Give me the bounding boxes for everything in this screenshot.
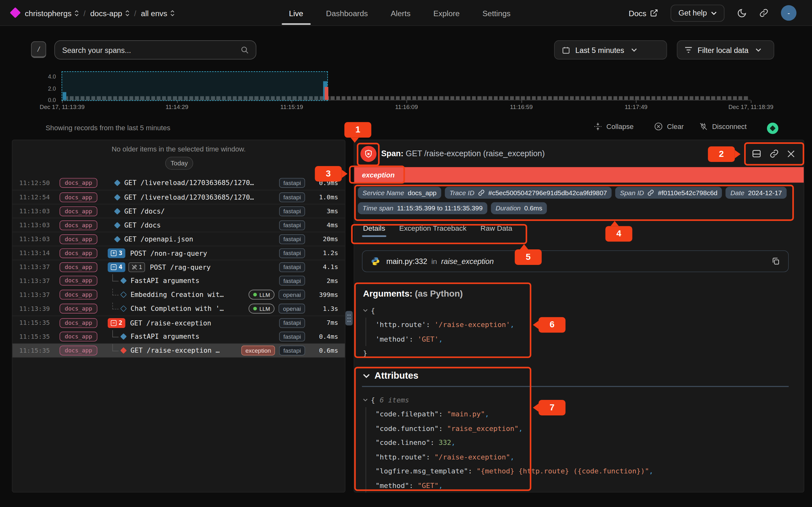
detail-tab-exception-traceback[interactable]: Exception Traceback <box>399 224 466 237</box>
avatar[interactable]: - <box>781 5 797 20</box>
time-range-button[interactable]: Last 5 minutes <box>554 40 667 59</box>
share-link-icon[interactable] <box>759 8 768 17</box>
breadcrumb-org[interactable]: christophergs <box>25 9 79 17</box>
span-row-badges: fastapi1.0ms <box>279 192 338 202</box>
meta-label: Duration <box>496 205 520 212</box>
exception-badge: exception <box>241 346 275 355</box>
tab-settings[interactable]: Settings <box>483 0 510 26</box>
collapse-children-badge[interactable]: −4 <box>108 262 125 272</box>
arguments-heading-main: Arguments: <box>363 289 412 298</box>
today-button[interactable]: Today <box>165 157 193 170</box>
colon: : <box>439 410 447 418</box>
meta-span-id[interactable]: Span ID#f0110e542c798c6d <box>615 187 722 199</box>
colon: : <box>439 424 447 432</box>
python-icon <box>371 257 380 266</box>
meta-value: #c5ec5005042796e91d5db42ca9fd9807 <box>489 189 607 196</box>
y-tick: 4.0 <box>35 73 56 80</box>
span-row[interactable]: 11:15:35docs_appFastAPI argumentsfastapi… <box>12 330 345 343</box>
span-row[interactable]: 11:13:37docs_appFastAPI argumentsfastapi… <box>12 274 345 288</box>
fastapi-badge: fastapi <box>279 178 305 188</box>
span-row[interactable]: 11:12:50docs_appGET /livereload/12703636… <box>12 176 345 190</box>
scrubbed-badge[interactable]: 1 <box>129 262 145 272</box>
span-row-main: GET /docs <box>107 221 275 229</box>
annotation-label-3: 3 <box>315 166 342 181</box>
clear-button[interactable]: Clear <box>654 122 683 131</box>
collapse-chevron-icon[interactable] <box>363 398 368 401</box>
x-tick-label: 11:14:29 <box>165 104 189 110</box>
breadcrumb-project[interactable]: docs-app <box>90 9 130 17</box>
source-file[interactable]: main.py:332 <box>386 257 427 265</box>
collapse-chevron-icon[interactable] <box>363 308 368 312</box>
tab-alerts[interactable]: Alerts <box>391 0 411 26</box>
copy-icon[interactable] <box>771 257 780 266</box>
span-time: 11:13:37 <box>19 263 51 271</box>
split-panel-icon[interactable] <box>751 149 762 159</box>
selector-icon <box>74 9 79 16</box>
annotation-label-4: 4 <box>606 226 632 241</box>
filter-label: Filter local data <box>698 46 749 54</box>
attr-key: "code.filepath" <box>375 410 439 418</box>
error-count-bar[interactable] <box>325 87 328 100</box>
detail-tab-details[interactable]: Details <box>363 224 385 237</box>
fastapi-badge: fastapi <box>279 192 305 202</box>
tab-live[interactable]: Live <box>289 0 303 26</box>
span-row[interactable]: 11:13:37docs_app−41POST /rag-queryfastap… <box>12 260 345 274</box>
span-row-badges: fastapi1.2s <box>279 248 338 258</box>
disconnect-button[interactable]: Disconnect <box>699 122 747 131</box>
x-axis-labels: Dec 17, 11:13:3911:14:2911:15:1911:16:09… <box>62 104 751 112</box>
span-row-badges: fastapi4.1s <box>279 262 338 272</box>
collapse-button[interactable]: Collapse <box>594 122 634 131</box>
tab-explore[interactable]: Explore <box>433 0 460 26</box>
live-status-indicator[interactable] <box>767 123 778 134</box>
span-row[interactable]: 11:13:37docs_appEmbedding Creation wit…L… <box>12 288 345 302</box>
meta-trace-id[interactable]: Trace ID#c5ec5005042796e91d5db42ca9fd980… <box>445 187 612 199</box>
open-brace: { <box>371 396 375 404</box>
span-row[interactable]: 11:13:03docs_appGET /docsfastapi4ms <box>12 218 345 232</box>
span-row-main: Chat Completion with '… <box>107 302 244 315</box>
time-selection-region[interactable] <box>61 71 328 101</box>
span-time: 11:13:39 <box>19 305 51 312</box>
attr-value: 332 <box>439 438 451 447</box>
span-row[interactable]: 11:12:54docs_appGET /livereload/12703636… <box>12 190 345 204</box>
colon: : <box>430 438 439 447</box>
span-count-bar[interactable] <box>63 92 66 100</box>
span-row[interactable]: 11:13:03docs_appGET /docs/fastapi3ms <box>12 204 345 218</box>
llm-badge: LLM <box>249 303 275 314</box>
breadcrumb-env[interactable]: all envs <box>141 9 174 17</box>
logfire-logo-icon[interactable] <box>10 7 21 18</box>
docs-link[interactable]: Docs <box>629 9 658 17</box>
span-row[interactable]: 11:15:35docs_appGET /raise-exception …ex… <box>12 343 345 357</box>
attr-key: "method" <box>375 481 409 489</box>
attributes-heading[interactable]: Attributes <box>363 371 418 381</box>
span-row-badges: fastapi0.4ms <box>279 332 338 342</box>
expand-children-badge[interactable]: +3 <box>108 248 125 258</box>
theme-moon-icon[interactable] <box>737 8 747 18</box>
attributes-heading-label: Attributes <box>374 371 418 381</box>
span-name: GET /raise-exception <box>130 319 211 327</box>
span-time: 11:15:35 <box>19 319 51 326</box>
attr-value: "/raise-exception" <box>434 452 510 461</box>
span-duration: 4ms <box>309 222 338 229</box>
copy-link-icon[interactable] <box>769 149 779 158</box>
span-row[interactable]: 11:13:14docs_app+3POST /non-rag-queryfas… <box>12 246 345 260</box>
filter-button[interactable]: Filter local data <box>677 40 774 59</box>
tab-dashboards[interactable]: Dashboards <box>326 0 368 26</box>
get-help-button[interactable]: Get help <box>671 4 725 21</box>
close-icon[interactable] <box>786 149 796 158</box>
arg-value: '/raise-exception' <box>434 320 510 329</box>
openai-badge: openai <box>279 303 305 314</box>
spans-timeline-chart[interactable]: 4.0 2.0 0.0 Dec 17, 11:13:3911:14:2911:1… <box>0 67 812 115</box>
code-line: "code.function": "raise_exception", <box>375 421 653 435</box>
collapse-children-badge[interactable]: −2 <box>108 318 125 328</box>
service-badge: docs_app <box>60 290 97 299</box>
span-row[interactable]: 11:15:35docs_app−2GET /raise-exceptionfa… <box>12 316 345 330</box>
span-diamond-icon <box>114 208 120 215</box>
breadcrumb-project-label: docs-app <box>90 9 122 17</box>
detail-tab-raw-data[interactable]: Raw Data <box>480 224 512 237</box>
panel-resize-handle[interactable] <box>345 311 353 326</box>
span-row[interactable]: 11:13:39docs_appChat Completion with '…L… <box>12 302 345 316</box>
span-row[interactable]: 11:13:03docs_appGET /openapi.jsonfastapi… <box>12 232 345 245</box>
open-brace: { <box>371 306 375 314</box>
search-input[interactable] <box>55 46 240 54</box>
chevron-down-icon <box>756 48 762 52</box>
